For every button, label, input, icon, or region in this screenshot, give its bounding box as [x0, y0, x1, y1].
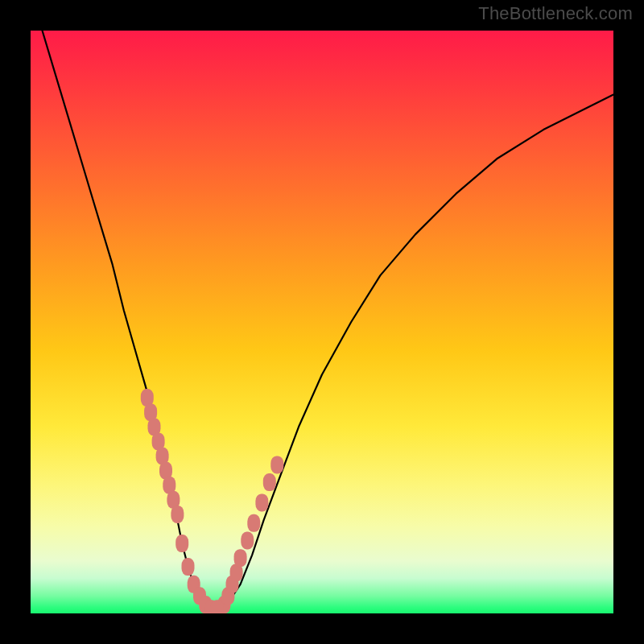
- chart-svg: [31, 31, 613, 613]
- bench-marker: [255, 493, 268, 511]
- bench-marker: [270, 456, 283, 473]
- watermark-text: TheBottleneck.com: [478, 3, 633, 24]
- bench-marker: [171, 506, 184, 523]
- bench-markers-group: [141, 389, 283, 613]
- bench-marker: [175, 535, 188, 552]
- bench-marker: [211, 600, 224, 613]
- bench-marker: [247, 514, 260, 532]
- plot-area: [31, 31, 613, 613]
- bench-marker: [234, 549, 247, 567]
- bench-marker: [263, 473, 276, 491]
- bench-marker: [241, 532, 254, 550]
- bottleneck-curve: [43, 31, 614, 610]
- chart-frame: TheBottleneck.com: [0, 0, 644, 644]
- bench-marker: [182, 558, 195, 576]
